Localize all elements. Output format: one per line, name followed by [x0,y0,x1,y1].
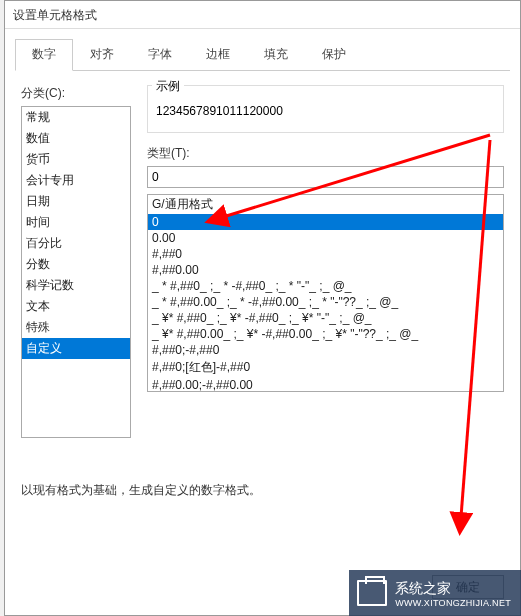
type-label: 类型(T): [147,145,504,162]
category-column: 分类(C): 常规数值货币会计专用日期时间百分比分数科学记数文本特殊自定义 [21,85,131,438]
category-item[interactable]: 数值 [22,128,130,149]
tab-protection[interactable]: 保护 [305,39,363,70]
sample-value: 1234567891011120000 [148,90,503,118]
category-item[interactable]: 会计专用 [22,170,130,191]
sample-label: 示例 [152,78,184,95]
category-item[interactable]: 日期 [22,191,130,212]
type-input[interactable] [147,166,504,188]
right-panel: 示例 1234567891011120000 类型(T): G/通用格式00.0… [147,85,504,438]
tab-fill[interactable]: 填充 [247,39,305,70]
format-item[interactable]: 0 [148,214,503,230]
category-item[interactable]: 科学记数 [22,275,130,296]
tab-content-number: 分类(C): 常规数值货币会计专用日期时间百分比分数科学记数文本特殊自定义 示例… [5,71,520,513]
format-item[interactable]: _ ¥* #,##0_ ;_ ¥* -#,##0_ ;_ ¥* "-"_ ;_ … [148,310,503,326]
dialog-title: 设置单元格格式 [5,1,520,29]
watermark-url: WWW.XITONGZHIJIA.NET [395,598,511,608]
category-item[interactable]: 常规 [22,107,130,128]
category-listbox[interactable]: 常规数值货币会计专用日期时间百分比分数科学记数文本特殊自定义 [21,106,131,438]
format-item[interactable]: #,##0;-#,##0 [148,342,503,358]
category-item[interactable]: 特殊 [22,317,130,338]
watermark-house-icon [357,580,387,606]
format-item[interactable]: #,##0.00;-#,##0.00 [148,377,503,392]
format-code-listbox[interactable]: G/通用格式00.00#,##0#,##0.00_ * #,##0_ ;_ * … [147,194,504,392]
category-item[interactable]: 时间 [22,212,130,233]
tab-border[interactable]: 边框 [189,39,247,70]
category-item[interactable]: 分数 [22,254,130,275]
watermark-text: 系统之家 [395,580,511,598]
category-item[interactable]: 文本 [22,296,130,317]
tab-font[interactable]: 字体 [131,39,189,70]
tab-strip: 数字 对齐 字体 边框 填充 保护 [15,39,510,71]
sample-box: 示例 1234567891011120000 [147,85,504,133]
watermark: 系统之家 WWW.XITONGZHIJIA.NET [349,570,521,616]
tab-alignment[interactable]: 对齐 [73,39,131,70]
category-item[interactable]: 自定义 [22,338,130,359]
format-item[interactable]: _ * #,##0_ ;_ * -#,##0_ ;_ * "-"_ ;_ @_ [148,278,503,294]
category-label: 分类(C): [21,85,131,102]
description-text: 以现有格式为基础，生成自定义的数字格式。 [21,482,504,499]
category-item[interactable]: 百分比 [22,233,130,254]
format-item[interactable]: _ * #,##0.00_ ;_ * -#,##0.00_ ;_ * "-"??… [148,294,503,310]
format-item[interactable]: _ ¥* #,##0.00_ ;_ ¥* -#,##0.00_ ;_ ¥* "-… [148,326,503,342]
format-item[interactable]: #,##0.00 [148,262,503,278]
format-item[interactable]: #,##0;[红色]-#,##0 [148,358,503,377]
format-item[interactable]: G/通用格式 [148,195,503,214]
format-item[interactable]: 0.00 [148,230,503,246]
format-cells-dialog: 设置单元格格式 数字 对齐 字体 边框 填充 保护 分类(C): 常规数值货币会… [4,0,521,616]
category-item[interactable]: 货币 [22,149,130,170]
format-item[interactable]: #,##0 [148,246,503,262]
tab-number[interactable]: 数字 [15,39,73,71]
